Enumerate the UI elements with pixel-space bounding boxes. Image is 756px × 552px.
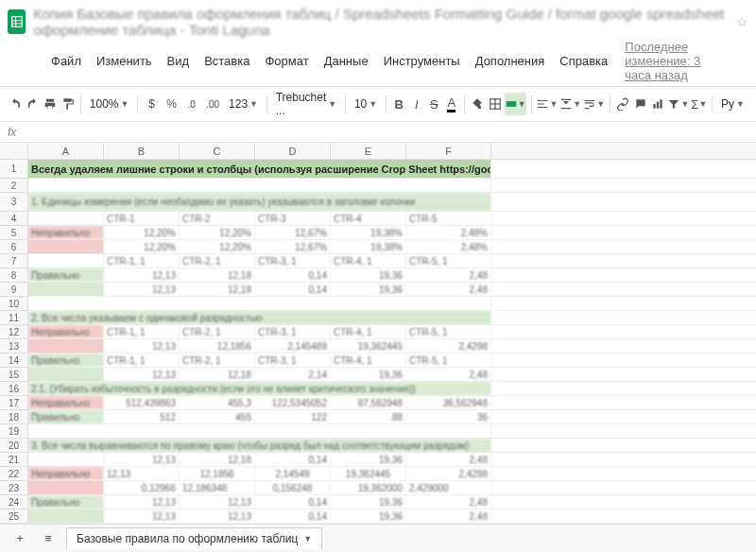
svg-rect-10 [660,99,662,108]
row-header-10[interactable]: 10 [0,297,28,311]
section-2-1-header[interactable]: 2.1. (Убирать избыточность в разрядности… [28,382,491,395]
star-icon[interactable]: ☆ [736,14,748,29]
row-header-19[interactable]: 19 [0,424,28,439]
bold-button[interactable]: B [391,93,407,115]
font-dropdown[interactable]: Trebuchet ...▼ [272,91,341,117]
percent-button[interactable]: % [163,93,180,115]
col-header-b[interactable]: B [104,143,180,159]
row-header-21[interactable]: 21 [0,453,28,467]
borders-button[interactable] [487,93,503,115]
row-header-8[interactable]: 8 [0,268,28,283]
row-header-23[interactable]: 23 [0,481,28,495]
menu-edit[interactable]: Изменить [91,52,158,70]
row-header-4[interactable]: 4 [0,212,28,226]
document-title[interactable]: Копия Базовые правила оформления таблиц … [33,6,729,38]
strike-button[interactable]: S [426,93,442,115]
section-1-header[interactable]: 1. Единицы измерения (если необходимо их… [28,193,491,211]
row-header-22[interactable]: 22 [0,467,28,481]
undo-icon[interactable] [8,93,24,115]
align-button[interactable]: ▼ [536,93,558,115]
cell-a1[interactable]: Всегда удаляем лишние строки и столбцы (… [28,160,491,178]
section-2-header[interactable]: 2. Все числа указываем с одинаковой разр… [28,311,491,324]
col-header-d[interactable]: D [255,143,331,159]
script-dropdown[interactable]: Py▼ [717,97,748,111]
increase-decimal-button[interactable]: .00 [202,93,223,115]
zoom-dropdown[interactable]: 100%▼ [86,97,133,111]
row-header-16[interactable]: 16 [0,382,28,396]
row-header-25[interactable]: 25 [0,509,28,524]
valign-button[interactable]: ▼ [559,93,581,115]
sheets-logo-icon [8,9,26,34]
row-header-3[interactable]: 3 [0,193,28,212]
svg-rect-9 [657,102,659,109]
sheet-tab-active[interactable]: Базовые правила по оформлению таблиц▼ [66,527,322,549]
print-icon[interactable] [43,93,59,115]
menu-view[interactable]: Вид [162,52,196,70]
add-sheet-button[interactable]: + [9,528,30,549]
col-header-a[interactable]: A [28,143,104,159]
formula-input[interactable] [24,125,748,139]
svg-rect-7 [507,101,517,107]
merge-button[interactable]: ▼ [505,93,526,115]
row-header-24[interactable]: 24 [0,495,28,509]
col-header-c[interactable]: C [180,143,255,159]
menu-addons[interactable]: Дополнения [470,52,551,70]
row-header-18[interactable]: 18 [0,410,28,424]
comment-button[interactable] [632,93,648,115]
select-all-corner[interactable] [0,143,28,159]
row-header-7[interactable]: 7 [0,254,28,268]
row-header-11[interactable]: 11 [0,311,28,325]
fx-label: fx [8,126,16,139]
row-header-14[interactable]: 14 [0,354,28,368]
row-header-20[interactable]: 20 [0,439,28,453]
filter-button[interactable]: ▼ [667,93,689,115]
menu-format[interactable]: Формат [259,52,314,70]
row-header-1[interactable]: 1 [0,160,28,179]
decrease-decimal-button[interactable]: .0 [182,93,200,115]
cells-area[interactable]: Всегда удаляем лишние строки и столбцы (… [28,160,756,552]
last-change-link[interactable]: Последнее изменение: 3 часа назад [625,40,711,82]
col-header-f[interactable]: F [406,143,491,159]
svg-rect-8 [653,104,655,109]
row-header-9[interactable]: 9 [0,283,28,297]
link-button[interactable] [615,93,631,115]
row-header-5[interactable]: 5 [0,226,28,240]
wrap-button[interactable]: ▼ [583,93,605,115]
font-size-dropdown[interactable]: 10▼ [351,97,381,111]
all-sheets-button[interactable]: ≡ [38,528,59,549]
number-format-dropdown[interactable]: 123▼ [225,97,262,111]
menu-help[interactable]: Справка [554,52,613,70]
redo-icon[interactable] [26,93,42,115]
row-header-2[interactable]: 2 [0,179,28,193]
row-header-6[interactable]: 6 [0,240,28,254]
row-headers: 1234567891011121314151617181920212223242… [0,160,28,552]
menu-file[interactable]: Файл [45,52,87,70]
section-3-header[interactable]: 3. Все числа выравниваются по правому кр… [28,439,491,452]
text-color-button[interactable]: A [443,93,459,115]
fill-color-button[interactable] [470,93,486,115]
menu-data[interactable]: Данные [318,52,374,70]
row-header-12[interactable]: 12 [0,325,28,339]
menu-tools[interactable]: Инструменты [378,52,466,70]
row-header-13[interactable]: 13 [0,339,28,354]
chart-button[interactable] [650,93,666,115]
currency-button[interactable]: $ [143,93,161,115]
paint-format-icon[interactable] [60,93,77,115]
functions-button[interactable]: Σ▼ [691,93,707,115]
svg-rect-0 [11,17,22,27]
row-header-17[interactable]: 17 [0,396,28,410]
menu-insert[interactable]: Вставка [198,52,255,70]
col-header-e[interactable]: E [331,143,406,159]
row-header-15[interactable]: 15 [0,368,28,382]
italic-button[interactable]: I [408,93,424,115]
toolbar: 100%▼ $ % .0 .00 123▼ Trebuchet ...▼ 10▼… [0,86,756,122]
